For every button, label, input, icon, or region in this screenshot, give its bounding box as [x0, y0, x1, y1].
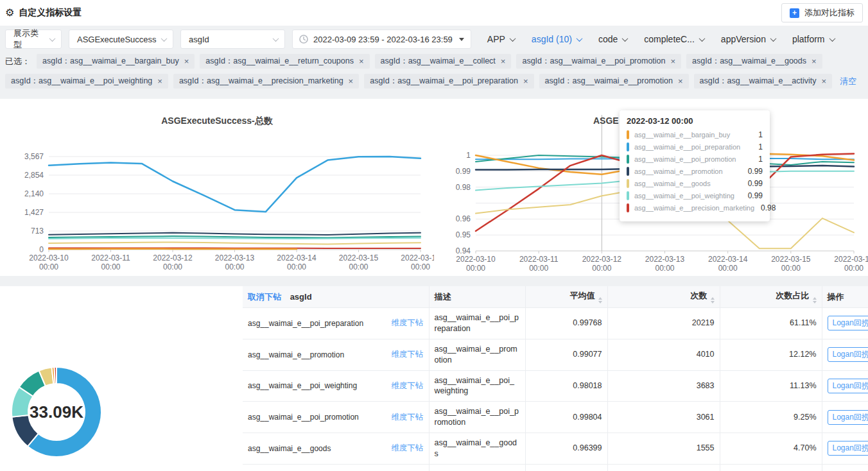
selected-tag-7: asgId：asg__waimai_e__poi_preparation×: [364, 74, 534, 89]
svg-text:3,567: 3,567: [24, 152, 44, 161]
remove-tag-icon[interactable]: ×: [349, 77, 354, 85]
svg-text:2022-03-1300:00: 2022-03-1300:00: [645, 255, 685, 273]
selected-tag-8: asgId：asg__waimai_e__promotion×: [539, 74, 689, 89]
total-line-chart[interactable]: ASGExecuteSuccess-总数 3,5672,8542,1401,42…: [0, 99, 434, 276]
pct-value: 9.25%: [720, 402, 822, 433]
remove-tag-icon[interactable]: ×: [359, 57, 364, 65]
svg-text:2022-03-1600:00: 2022-03-1600:00: [834, 255, 868, 273]
dimension-select[interactable]: asgId: [180, 30, 285, 49]
dimension-drill-link[interactable]: 维度下钻: [392, 318, 424, 329]
avg-value: 0.99663: [525, 464, 607, 471]
add-compare-button[interactable]: + 添加对比指标: [781, 3, 863, 22]
page-title: 自定义指标设置: [19, 7, 82, 19]
remove-tag-icon[interactable]: ×: [184, 57, 189, 65]
avg-chart-title-partial: ASGE: [593, 116, 619, 126]
remove-tag-icon[interactable]: ×: [157, 77, 162, 85]
filter-dropdown-3[interactable]: completeC...: [644, 34, 704, 44]
svg-text:713: 713: [31, 227, 44, 236]
series-marker-icon: [627, 203, 629, 212]
total-chart-title: ASGExecuteSuccess-总数: [0, 116, 434, 127]
remove-tag-icon[interactable]: ×: [822, 77, 827, 85]
selected-tag-1: asgId：asg__waimai_e__return_coupons×: [200, 54, 369, 69]
tag-label: asgId：asg__waimai_e__goods: [692, 56, 806, 67]
series-marker-icon: [627, 191, 629, 200]
metric-value: ASGExecuteSuccess: [77, 35, 157, 44]
filter-dropdown-1[interactable]: asgId (10): [532, 34, 582, 44]
avg-value: 0.98018: [525, 370, 607, 402]
remove-tag-icon[interactable]: ×: [678, 77, 683, 85]
filter-dropdown-0[interactable]: APP: [487, 34, 515, 44]
metric-select[interactable]: ASGExecuteSuccess: [69, 30, 173, 49]
avg-line-chart[interactable]: ASGE 10.990.980.960.950.942022-03-1000:0…: [434, 99, 868, 276]
donut-slice-6[interactable]: [55, 367, 56, 384]
cancel-drill-link[interactable]: 取消下钻: [248, 292, 281, 302]
dimension-drill-link[interactable]: 维度下钻: [392, 443, 424, 454]
date-range-picker[interactable]: 2022-03-09 23:59 - 2022-03-16 23:59: [292, 30, 471, 49]
avg-value: 0.99804: [525, 402, 607, 433]
remove-tag-icon[interactable]: ×: [812, 57, 817, 65]
svg-text:1,427: 1,427: [24, 208, 44, 217]
tooltip-series-value: 0.99: [748, 191, 763, 200]
tooltip-series-value: 0.99: [748, 167, 763, 176]
count-value: 4010: [607, 339, 720, 370]
chevron-down-icon: [829, 35, 835, 42]
count-value: 20219: [607, 308, 720, 339]
dimension-drill-link[interactable]: 维度下钻: [392, 349, 424, 360]
svg-text:2022-03-1500:00: 2022-03-1500:00: [771, 255, 811, 273]
date-range-value: 2022-03-09 23:59 - 2022-03-16 23:59: [313, 35, 453, 44]
count-value: 297: [607, 464, 720, 471]
asgid-value: asg__waimai_e__promotion: [248, 350, 344, 360]
filter-dropdown-4[interactable]: appVersion: [721, 34, 776, 44]
svg-text:2022-03-1200:00: 2022-03-1200:00: [582, 255, 622, 273]
logan-button[interactable]: Logan回捞: [828, 379, 868, 393]
count-value: 3061: [607, 402, 720, 433]
clear-all-link[interactable]: 清空: [840, 76, 856, 87]
tooltip-series-name: asg__waimai_e__poi_promotion: [634, 155, 752, 163]
logan-button[interactable]: Logan回捞: [828, 410, 868, 425]
svg-text:2022-03-1300:00: 2022-03-1300:00: [215, 253, 255, 271]
display-type-select[interactable]: 展示类型: [5, 30, 62, 49]
remove-tag-icon[interactable]: ×: [671, 57, 676, 65]
svg-text:0: 0: [39, 245, 44, 254]
dimension-drill-link[interactable]: 维度下钻: [392, 412, 424, 423]
selected-label: 已选：: [5, 56, 30, 67]
remove-tag-icon[interactable]: ×: [523, 77, 528, 85]
filter-dropdown-label: APP: [487, 34, 505, 44]
topbar: ⚙ 自定义指标设置 + 添加对比指标: [0, 0, 868, 26]
filter-dropdown-5[interactable]: platform: [792, 34, 835, 44]
sort-icon[interactable]: [598, 297, 602, 304]
tooltip-series-name: asg__waimai_e__bargain_buy: [634, 131, 752, 139]
tooltip-row: asg__waimai_e__bargain_buy1: [627, 130, 763, 139]
table-header-row: 取消下钻 asgId 描述 平均值 次数 次数占比 操作: [243, 286, 868, 308]
logan-button[interactable]: Logan回捞: [828, 347, 868, 362]
filter-dropdown-2[interactable]: code: [598, 34, 627, 44]
logan-button[interactable]: Logan回捞: [828, 441, 868, 456]
series-marker-icon: [627, 179, 629, 188]
tag-label: asgId：asg__waimai_e__bargain_buy: [42, 56, 179, 67]
sort-icon[interactable]: [711, 297, 715, 304]
pct-value: 12.12%: [720, 339, 822, 370]
table-row-2: asg__waimai_e__poi_weighting维度下钻asg__wai…: [243, 370, 868, 402]
filter-dropdown-label: code: [598, 34, 618, 44]
table-row-5: asg__waimai_e__bargain_buy维度下钻asg__waima…: [243, 464, 868, 471]
remove-tag-icon[interactable]: ×: [501, 57, 506, 65]
tag-label: asgId：asg__waimai_e__activity: [700, 76, 817, 87]
add-compare-label: 添加对比指标: [804, 7, 855, 19]
donut-chart[interactable]: 33.09K: [0, 286, 243, 471]
tooltip-date: 2022-03-12 00:00: [627, 116, 763, 126]
sort-icon[interactable]: [813, 297, 817, 304]
selected-tag-6: asgId：asg__waimai_e__precision_marketing…: [173, 74, 359, 89]
chevron-down-icon: [770, 35, 776, 42]
desc-value: asg__waimai_e__poi_promotion: [429, 402, 525, 433]
tag-label: asgId：asg__waimai_e__return_coupons: [205, 56, 354, 67]
col-asgid-label: asgId: [290, 292, 312, 302]
tooltip-series-name: asg__waimai_e__goods: [634, 180, 742, 187]
chevron-down-icon: [49, 35, 56, 42]
chevron-down-icon: [161, 35, 168, 42]
dimension-drill-link[interactable]: 维度下钻: [392, 381, 424, 391]
tag-label: asgId：asg__waimai_e__promotion: [545, 76, 673, 87]
filter-dropdown-label: asgId (10): [532, 34, 572, 44]
logan-button[interactable]: Logan回捞: [828, 316, 868, 330]
svg-text:1: 1: [466, 151, 471, 160]
svg-text:0.98: 0.98: [456, 183, 471, 192]
